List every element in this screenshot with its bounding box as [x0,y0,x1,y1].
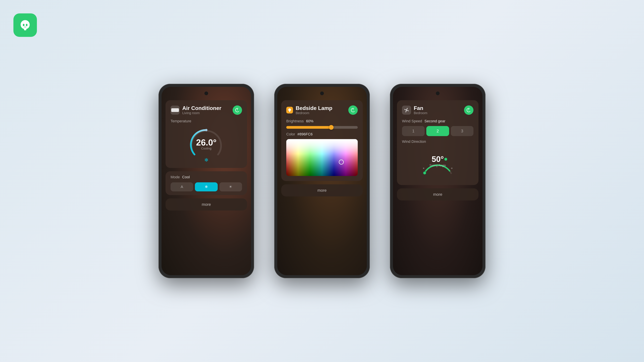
svg-point-4 [205,129,208,131]
speed-btn-3[interactable]: 3 [451,126,474,136]
lamp-more-button[interactable]: more [281,184,363,196]
mode-label: Mode [170,175,180,179]
lamp-power-button[interactable] [348,105,358,115]
svg-point-14 [451,168,452,169]
color-label: Color [286,132,295,136]
brightness-section: Brightness 60% [286,119,358,129]
color-cursor [339,160,344,165]
wind-gauge-container: 50° Swing Angle [402,146,474,180]
wind-speed-section: Wind Speed Second gear 1 2 3 [402,119,474,136]
speed-buttons: 1 2 3 [402,126,474,136]
brightness-value: 60% [306,119,314,123]
phone-fan: Fan Bedroom [390,84,486,278]
phones-container: Air Conditioner Living room Tempe [158,84,486,278]
wind-angle: 50° Swing Angle [429,155,446,167]
speed-btn-2[interactable]: 2 [426,126,449,136]
brightness-thumb[interactable] [329,125,334,130]
svg-point-0 [23,24,24,26]
lamp-device-name: Bedside Lamp [296,105,332,111]
fan-device-info: Fan Bedroom [402,105,427,115]
snowflake-icon: ❄ [204,157,208,163]
mode-btn-auto-label: A [180,185,183,189]
svg-point-11 [423,171,426,174]
svg-point-1 [26,24,28,26]
temp-number: 26.0° [196,138,216,147]
ac-mode-card: Mode Cool A ❄ ☀ [166,171,247,195]
ac-device-icon [170,106,180,115]
fan-header-card: Fan Bedroom [397,100,478,185]
fan-more-button[interactable]: more [397,188,478,200]
lamp-header-card: Bedside Lamp Bedroom [281,100,363,181]
speed-btn-1[interactable]: 1 [402,126,425,136]
lamp-device-room: Bedroom [296,111,332,115]
ac-icon [171,108,179,112]
fan-device-name: Fan [414,105,427,111]
fan-device-room: Bedroom [414,111,427,115]
mode-buttons: A ❄ ☀ [170,182,242,191]
wind-angle-number: 50° [429,155,446,164]
mode-btn-heat[interactable]: ☀ [219,182,242,191]
svg-point-13 [423,168,424,169]
camera-notch-fan [436,91,440,95]
color-picker[interactable] [286,139,358,176]
brightness-slider[interactable] [286,126,358,129]
brightness-label: Brightness [286,119,304,123]
temp-mode-text: Cooling [196,147,216,150]
lamp-device-info: Bedside Lamp Bedroom [286,105,332,115]
phone-lamp: Bedside Lamp Bedroom [274,84,370,278]
mode-btn-cool-label: ❄ [205,185,208,189]
ac-device-room: Living room [182,111,221,115]
wind-dir-label: Wind Direction [402,139,474,144]
fan-power-button[interactable] [464,105,474,115]
ac-device-info: Air Conditioner Living room [170,105,221,115]
wind-angle-sub: Swing Angle [429,164,446,167]
mode-btn-auto[interactable]: A [170,182,193,191]
fan-icon-box [402,106,411,115]
camera-notch-lamp [320,91,324,95]
temp-label: Temperature [170,119,242,123]
phone-ac: Air Conditioner Living room Tempe [158,84,254,278]
ac-header-card: Air Conditioner Living room Tempe [166,100,247,168]
lamp-icon [286,107,293,113]
mode-btn-cool[interactable]: ❄ [195,182,218,191]
svg-rect-5 [289,111,290,112]
app-logo [14,13,37,37]
ac-power-button[interactable] [232,105,242,115]
speed-btn-2-label: 2 [436,129,439,133]
mode-btn-heat-label: ☀ [229,185,232,189]
mode-value: Cool [182,175,190,179]
ac-more-button[interactable]: more [166,198,247,211]
wind-gauge: 50° Swing Angle [421,151,454,175]
svg-point-8 [406,109,407,111]
color-hex-value: #896FC6 [298,132,313,136]
color-section: Color #896FC6 [286,132,358,176]
wind-speed-label: Wind Speed [402,119,422,123]
camera-notch-ac [204,91,208,95]
speed-btn-1-label: 1 [412,129,414,133]
temp-gauge-container: 26.0° Cooling ❄ [170,126,242,163]
speed-btn-3-label: 3 [461,129,463,133]
wind-direction-section: Wind Direction [402,139,474,180]
temp-value: 26.0° Cooling [196,138,216,150]
ac-device-name: Air Conditioner [182,105,221,111]
temp-gauge: 26.0° Cooling ❄ [190,128,223,161]
wind-speed-value: Second gear [424,119,446,123]
color-picker-overlay [286,139,358,176]
